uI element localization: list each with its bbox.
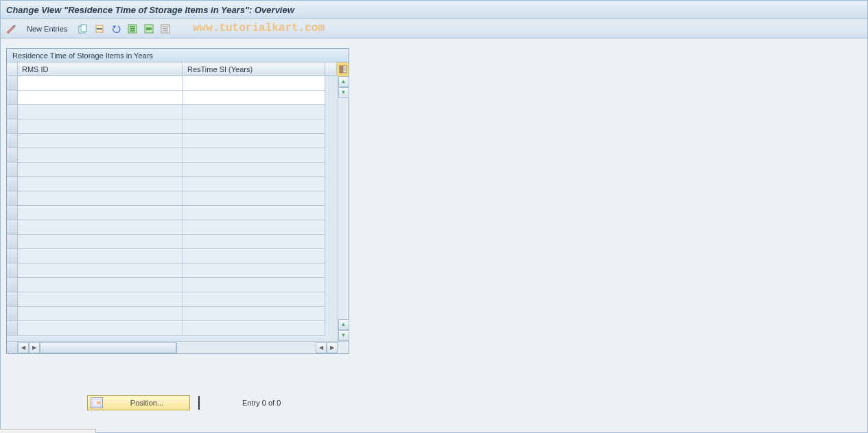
position-icon	[91, 397, 103, 408]
column-header-rms-id[interactable]: RMS ID	[18, 62, 183, 75]
triangle-up-icon: ▲	[341, 79, 347, 84]
cell-restime	[183, 264, 325, 278]
triangle-left-icon: ◀	[319, 345, 323, 351]
table-row	[7, 220, 338, 235]
row-selector[interactable]	[7, 264, 18, 278]
watermark-text: www.tutorialkart.com	[193, 22, 325, 34]
triangle-up-icon: ▲	[341, 322, 347, 327]
cell-rms-id	[18, 206, 183, 220]
cell-rms-id	[18, 220, 183, 235]
cell-restime	[183, 148, 325, 163]
cell-restime	[183, 292, 325, 307]
triangle-down-icon: ▼	[341, 333, 347, 338]
entry-counter-text: Entry 0 of 0	[242, 399, 281, 407]
svg-rect-14	[340, 66, 342, 73]
row-selector[interactable]	[7, 220, 18, 235]
svg-rect-7	[130, 30, 135, 32]
table-row	[7, 91, 338, 105]
cell-rms-id	[18, 148, 183, 163]
new-entries-button[interactable]: New Entries	[21, 23, 73, 35]
cell-restime[interactable]	[183, 76, 325, 91]
rms-id-input[interactable]	[21, 93, 180, 102]
svg-rect-11	[163, 26, 168, 27]
table-title-text: Residence Time of Storage Items in Years	[12, 51, 153, 60]
cell-rms-id	[18, 119, 183, 134]
row-selector[interactable]	[7, 292, 18, 307]
delete-icon[interactable]	[93, 23, 106, 35]
table-row	[7, 307, 338, 321]
toggle-display-change-icon[interactable]	[5, 23, 17, 35]
svg-rect-1	[81, 25, 86, 32]
scroll-down-bottom-button[interactable]: ▼	[338, 330, 349, 341]
select-all-rows-header[interactable]	[7, 62, 18, 75]
row-selector[interactable]	[7, 134, 18, 148]
table-row	[7, 278, 338, 292]
row-selector[interactable]	[7, 206, 18, 220]
cell-restime	[183, 220, 325, 235]
row-selector[interactable]	[7, 249, 18, 264]
application-toolbar: New Entries www.tutorialkart.com	[0, 19, 868, 38]
scroll-up-button[interactable]: ▲	[338, 76, 349, 87]
restime-input[interactable]	[186, 78, 322, 88]
new-entries-label: New Entries	[27, 25, 67, 33]
window-title: Change View "Residence Time of Storage I…	[6, 5, 294, 15]
vertical-scrollbar[interactable]: ▲ ▼ ▲ ▼	[338, 76, 349, 341]
cell-rms-id[interactable]	[18, 91, 183, 105]
cell-rms-id	[18, 105, 183, 119]
table-row	[7, 235, 338, 249]
window-title-bar: Change View "Residence Time of Storage I…	[0, 0, 868, 19]
cell-restime	[183, 119, 325, 134]
row-selector[interactable]	[7, 278, 18, 292]
column-header-restime[interactable]: ResTime SI (Years)	[183, 62, 325, 75]
cell-restime	[183, 278, 325, 292]
cell-rms-id	[18, 278, 183, 292]
position-button[interactable]: Position...	[87, 395, 190, 410]
select-all-icon[interactable]	[126, 23, 139, 35]
undo-change-icon[interactable]	[110, 23, 122, 35]
row-selector[interactable]	[7, 91, 18, 105]
entry-counter: Entry 0 of 0	[242, 399, 281, 407]
rms-id-input[interactable]	[21, 78, 180, 88]
scroll-down-button[interactable]: ▼	[338, 87, 349, 98]
restime-input[interactable]	[186, 93, 322, 102]
hscroll-corner	[7, 342, 18, 353]
position-button-label: Position...	[107, 399, 187, 407]
cell-restime[interactable]	[183, 91, 325, 105]
row-selector[interactable]	[7, 177, 18, 191]
row-selector[interactable]	[7, 163, 18, 177]
row-selector[interactable]	[7, 76, 18, 91]
table-configuration-button[interactable]	[336, 62, 349, 76]
table-row	[7, 321, 338, 336]
table-row	[7, 206, 338, 220]
cell-restime	[183, 163, 325, 177]
scroll-up-bottom-button[interactable]: ▲	[338, 319, 349, 330]
deselect-all-icon[interactable]	[159, 23, 172, 35]
cell-restime	[183, 321, 325, 336]
hscroll-track-1[interactable]	[40, 342, 177, 353]
table-control: Residence Time of Storage Items in Years…	[6, 48, 349, 354]
copy-as-icon[interactable]	[77, 23, 89, 35]
row-selector[interactable]	[7, 105, 18, 119]
cell-restime	[183, 307, 325, 321]
hscroll-left2-button[interactable]: ◀	[316, 342, 327, 353]
cell-rms-id[interactable]	[18, 76, 183, 91]
hscroll-right2-button[interactable]: ▶	[327, 342, 338, 353]
row-selector[interactable]	[7, 307, 18, 321]
row-selector[interactable]	[7, 119, 18, 134]
row-selector[interactable]	[7, 321, 18, 336]
cell-restime	[183, 105, 325, 119]
row-selector[interactable]	[7, 235, 18, 249]
table-row	[7, 119, 338, 134]
row-selector[interactable]	[7, 191, 18, 206]
hscroll-right-button[interactable]: ▶	[29, 342, 40, 353]
table-row	[7, 148, 338, 163]
select-block-icon[interactable]	[143, 23, 155, 35]
hscroll-thumb[interactable]	[40, 343, 176, 353]
hscroll-left-button[interactable]: ◀	[18, 342, 29, 353]
svg-rect-9	[146, 27, 152, 30]
cell-restime	[183, 134, 325, 148]
svg-rect-12	[163, 28, 168, 30]
row-selector[interactable]	[7, 148, 18, 163]
svg-rect-5	[130, 26, 135, 27]
triangle-right-icon: ▶	[330, 345, 334, 351]
